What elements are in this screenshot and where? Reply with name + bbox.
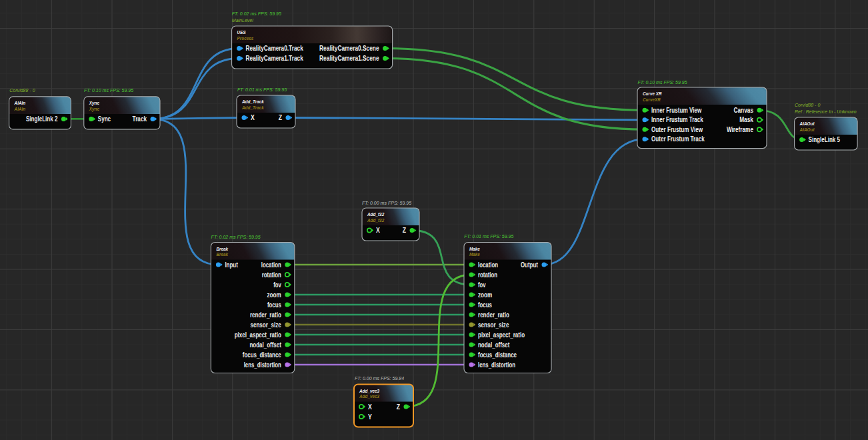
svg-text:Input: Input — [225, 261, 238, 269]
svg-text:zoom: zoom — [267, 291, 281, 299]
svg-text:X: X — [376, 227, 380, 234]
svg-text:zoom: zoom — [478, 291, 492, 299]
svg-text:RealityCamera1.Scene: RealityCamera1.Scene — [319, 55, 379, 62]
svg-text:FT: 0.02 ms FPS: 59.95: FT: 0.02 ms FPS: 59.95 — [211, 234, 261, 240]
svg-text:Break: Break — [216, 251, 228, 257]
svg-text:Xync: Xync — [89, 106, 100, 112]
svg-text:AIAOut: AIAOut — [799, 121, 815, 127]
svg-text:RealityCamera1.Track: RealityCamera1.Track — [246, 55, 304, 62]
svg-text:pixel_aspect_ratio: pixel_aspect_ratio — [235, 331, 281, 339]
svg-text:pixel_aspect_ratio: pixel_aspect_ratio — [478, 331, 525, 339]
svg-text:location: location — [261, 261, 281, 269]
svg-text:lens_distortion: lens_distortion — [478, 361, 515, 369]
svg-text:Make: Make — [469, 246, 480, 252]
svg-text:AIAIn: AIAIn — [14, 106, 26, 112]
svg-text:Xync: Xync — [89, 100, 100, 106]
svg-text:rotation: rotation — [262, 271, 281, 279]
svg-text:MainLevel: MainLevel — [232, 17, 253, 23]
svg-text:FT: 0.02 ms FPS: 59.95: FT: 0.02 ms FPS: 59.95 — [232, 11, 282, 17]
svg-text:render_ratio: render_ratio — [478, 311, 509, 319]
svg-text:rotation: rotation — [478, 271, 497, 279]
svg-text:FT: 0.01 ms FPS: 59.95: FT: 0.01 ms FPS: 59.95 — [237, 87, 287, 93]
svg-text:Z: Z — [279, 114, 282, 121]
svg-text:Z: Z — [403, 227, 406, 234]
svg-text:Make: Make — [469, 251, 480, 257]
svg-text:fov: fov — [478, 281, 486, 289]
svg-text:FT: 0.10 ms FPS: 59.95: FT: 0.10 ms FPS: 59.95 — [638, 79, 688, 85]
svg-text:sensor_size: sensor_size — [478, 321, 509, 329]
svg-text:FT: 0.00 ms FPS: 59.84: FT: 0.00 ms FPS: 59.84 — [355, 375, 404, 381]
svg-text:AIAIn: AIAIn — [14, 100, 26, 106]
svg-text:nodal_offset: nodal_offset — [478, 341, 510, 349]
svg-text:RealityCamera0.Track: RealityCamera0.Track — [246, 45, 304, 52]
svg-text:Corvid88 - 0: Corvid88 - 0 — [795, 102, 821, 108]
svg-text:fov: fov — [273, 281, 281, 289]
svg-text:Inner Frustum View: Inner Frustum View — [651, 107, 701, 114]
svg-text:Outer Frustum Track: Outer Frustum Track — [651, 135, 705, 143]
svg-text:Outer Frustum View: Outer Frustum View — [651, 126, 703, 133]
svg-text:Corvid88 - 0: Corvid88 - 0 — [9, 87, 35, 93]
svg-text:nodal_offset: nodal_offset — [250, 341, 282, 349]
svg-text:SingleLink 5: SingleLink 5 — [809, 136, 841, 143]
svg-text:Process: Process — [237, 35, 254, 41]
svg-text:Y: Y — [368, 413, 372, 421]
svg-text:Add_vec3: Add_vec3 — [359, 393, 380, 399]
svg-text:focus: focus — [478, 301, 492, 309]
svg-text:Add_f32: Add_f32 — [367, 211, 385, 217]
svg-text:Curve XR: Curve XR — [643, 91, 662, 97]
svg-text:focus_distance: focus_distance — [243, 351, 281, 359]
svg-text:RealityCamera0.Scene: RealityCamera0.Scene — [319, 45, 379, 52]
svg-text:FT: 0.10 ms FPS: 59.95: FT: 0.10 ms FPS: 59.95 — [84, 87, 134, 93]
svg-text:Mask: Mask — [739, 116, 753, 123]
svg-text:sensor_size: sensor_size — [250, 321, 281, 329]
svg-text:Wireframe: Wireframe — [727, 126, 753, 133]
svg-text:Add_Track: Add_Track — [241, 105, 264, 111]
svg-text:Add_Track: Add_Track — [241, 99, 264, 105]
svg-text:Canvas: Canvas — [734, 107, 754, 114]
svg-text:Ref : Reference In - Unknown: Ref : Reference In - Unknown — [795, 109, 857, 115]
svg-text:Add_f32: Add_f32 — [367, 217, 385, 223]
svg-text:Add_vec3: Add_vec3 — [359, 388, 380, 394]
svg-text:Inner Frustum Track: Inner Frustum Track — [651, 116, 703, 123]
svg-text:AIAOut: AIAOut — [799, 127, 815, 133]
svg-text:X: X — [368, 403, 372, 411]
svg-text:Track: Track — [133, 115, 147, 123]
svg-text:render_ratio: render_ratio — [250, 311, 281, 319]
svg-text:lens_distortion: lens_distortion — [244, 361, 281, 369]
svg-text:focus: focus — [267, 301, 281, 309]
svg-text:CurveXR: CurveXR — [643, 97, 661, 103]
svg-text:X: X — [251, 114, 255, 121]
svg-text:Break: Break — [216, 246, 228, 252]
svg-text:UES: UES — [237, 29, 246, 35]
svg-text:Output: Output — [521, 261, 539, 269]
svg-text:location: location — [478, 261, 498, 269]
svg-text:focus_distance: focus_distance — [478, 351, 517, 359]
svg-text:SingleLink 2: SingleLink 2 — [26, 115, 58, 123]
svg-text:Sync: Sync — [98, 115, 111, 123]
svg-text:FT: 0.01 ms FPS: 59.95: FT: 0.01 ms FPS: 59.95 — [464, 233, 514, 239]
svg-text:FT: 0.00 ms FPS: 59.95: FT: 0.00 ms FPS: 59.95 — [362, 200, 412, 206]
svg-text:Z: Z — [397, 403, 400, 411]
